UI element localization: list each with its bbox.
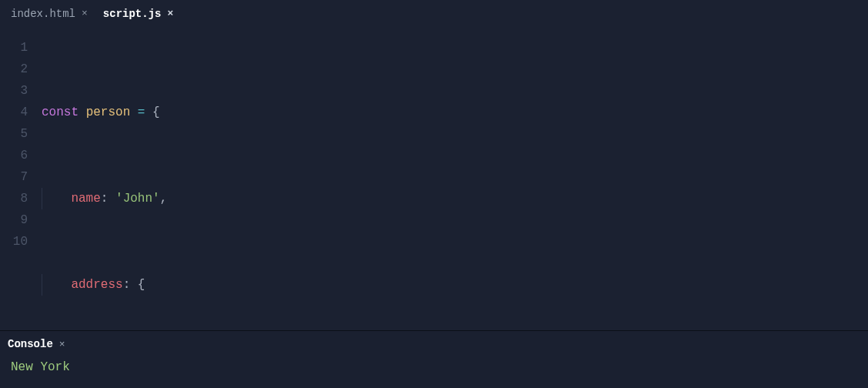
- token-colon: :: [101, 188, 108, 209]
- tab-label: script.js: [103, 8, 162, 20]
- token-brace: {: [138, 274, 145, 296]
- token-brace: {: [152, 102, 160, 123]
- code-line[interactable]: address: {: [42, 274, 868, 296]
- token-property: address: [71, 274, 122, 296]
- editor-root: index.html × script.js × 12345678910 con…: [0, 0, 868, 388]
- token-variable: person: [86, 102, 131, 123]
- close-icon[interactable]: ×: [167, 8, 173, 19]
- close-icon[interactable]: ×: [82, 8, 88, 19]
- code-content[interactable]: const person = { name: 'John', address: …: [42, 37, 868, 330]
- token-colon: :: [123, 274, 131, 296]
- token-operator: =: [138, 102, 145, 123]
- editor-area[interactable]: 12345678910 const person = { name: 'John…: [0, 28, 868, 330]
- console-header: Console ×: [0, 331, 868, 357]
- console-panel: Console × New York: [0, 330, 868, 388]
- line-number-gutter: 12345678910: [0, 37, 42, 330]
- token-keyword: const: [42, 102, 78, 123]
- token-string: 'John': [115, 188, 160, 209]
- tab-script-js[interactable]: script.js ×: [95, 0, 181, 27]
- tab-index-html[interactable]: index.html ×: [3, 0, 95, 27]
- console-output: New York: [0, 357, 868, 388]
- tab-label: index.html: [11, 8, 75, 20]
- close-icon[interactable]: ×: [59, 339, 65, 350]
- console-title: Console: [8, 338, 53, 350]
- code-line[interactable]: name: 'John',: [42, 188, 868, 209]
- token-comma: ,: [160, 188, 168, 209]
- tab-bar: index.html × script.js ×: [0, 0, 868, 28]
- code-line[interactable]: const person = {: [42, 102, 868, 123]
- token-property: name: [71, 188, 100, 209]
